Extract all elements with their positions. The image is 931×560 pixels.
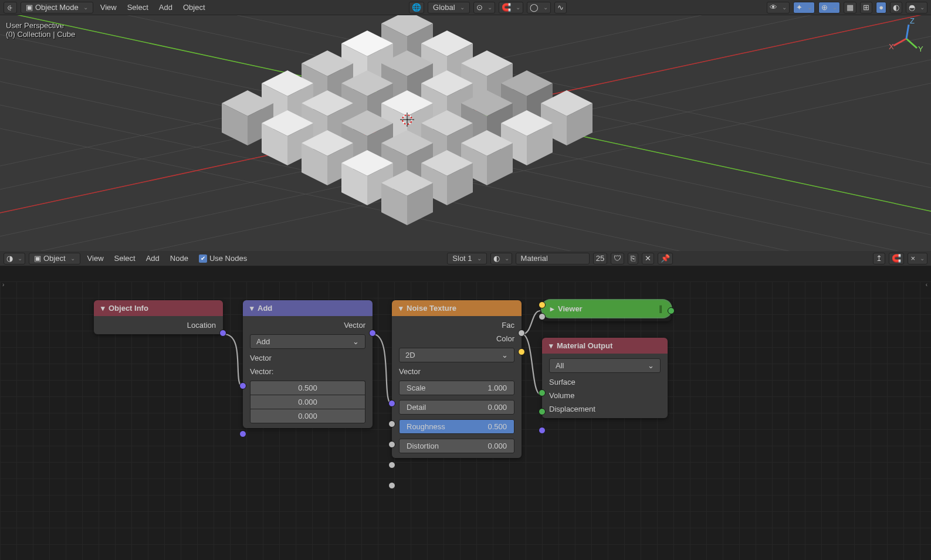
visibility-button[interactable]: 👁 [767, 2, 790, 13]
node-menu-view[interactable]: View [84, 253, 107, 264]
menu-add[interactable]: Add [155, 2, 176, 13]
shading-rendered-button[interactable]: ◓ [906, 2, 927, 13]
snap-node-button[interactable]: 🧲 [889, 253, 904, 264]
cube-icon: ▣ [26, 3, 33, 12]
vector-x-field[interactable]: 0.500 [250, 381, 365, 395]
use-nodes-label: Use Nodes [209, 254, 247, 263]
socket-input-scale[interactable] [388, 420, 395, 427]
socket-output-viewer[interactable] [668, 307, 675, 314]
output-location-label: Location [101, 321, 216, 330]
node-menu-select[interactable]: Select [111, 253, 139, 264]
socket-input-volume[interactable] [539, 408, 546, 415]
xray-button[interactable]: ▦ [844, 2, 856, 13]
node-title: Object Info [109, 304, 148, 313]
proportional-falloff-button[interactable]: ∿ [554, 2, 567, 13]
socket-input-viewer-bottom[interactable] [539, 313, 546, 320]
toolbar-toggle-icon[interactable]: › [2, 281, 4, 288]
cube-icon: ▣ [34, 254, 41, 263]
node-context-selector[interactable]: ▣ Object [29, 253, 80, 264]
snap-node-type-button[interactable]: × [908, 253, 927, 264]
svg-text:X: X [889, 42, 894, 51]
node-title: Viewer [558, 304, 583, 313]
socket-input-distortion[interactable] [388, 482, 395, 489]
menu-view[interactable]: View [97, 2, 120, 13]
hide-icon: ∥ [659, 304, 663, 313]
transform-orientation-icon[interactable]: 🌐 [409, 2, 424, 13]
node-viewer[interactable]: ▸Viewer∥ [542, 300, 671, 321]
slot-selector[interactable]: Slot 1 [447, 253, 486, 264]
chevron-down-icon: ⌄ [502, 351, 508, 359]
node-object-info[interactable]: ▾Object Info Location [94, 300, 223, 334]
vector-z-field[interactable]: 0.000 [250, 409, 365, 423]
new-material-button[interactable]: ⎘ [628, 253, 638, 264]
node-title: Noise Texture [407, 304, 456, 313]
viewport-3d[interactable]: User Perspective (0) Collection | Cube [0, 15, 931, 251]
snap-button[interactable]: 🧲 [499, 2, 523, 13]
output-color-label: Color [399, 334, 514, 343]
node-material-output[interactable]: ▾Material Output All⌄ Surface Volume Dis… [542, 338, 668, 418]
pivot-point-button[interactable]: ⊙ [473, 2, 495, 13]
input-vector2-label: Vector: [250, 367, 365, 376]
node-editor-type-button[interactable]: ◑ [4, 253, 25, 264]
scale-field[interactable]: Scale1.000 [399, 381, 514, 395]
unlink-material-button[interactable]: ✕ [642, 253, 654, 264]
node-context-label: Object [43, 254, 66, 263]
socket-input-vector-b[interactable] [239, 430, 246, 437]
mode-label: Object Mode [35, 3, 79, 12]
node-vector-add[interactable]: ▾Add Vector Add⌄ Vector Vector: 0.500 0.… [243, 300, 373, 428]
operation-selector[interactable]: Add⌄ [250, 334, 365, 349]
pin-button[interactable]: 📌 [658, 253, 673, 264]
node-menu-add[interactable]: Add [143, 253, 163, 264]
vector-y-field[interactable]: 0.000 [250, 395, 365, 409]
node-noise-texture[interactable]: ▾Noise Texture Fac Color 2D⌄ Vector Scal… [392, 300, 522, 458]
material-name-field[interactable]: Material [516, 253, 590, 264]
detail-field[interactable]: Detail0.000 [399, 400, 514, 415]
socket-input-vector-a[interactable] [239, 382, 246, 389]
socket-input-vector[interactable] [388, 400, 395, 407]
output-fac-label: Fac [399, 321, 514, 330]
node-menu-node[interactable]: Node [167, 253, 192, 264]
menu-object[interactable]: Object [180, 2, 209, 13]
triangle-right-icon: ▸ [550, 304, 554, 313]
chevron-down-icon: ⌄ [353, 337, 359, 346]
gizmo-button[interactable]: ✦ [793, 2, 815, 13]
dimension-selector[interactable]: 2D⌄ [399, 348, 514, 362]
socket-output-vector[interactable] [369, 330, 376, 337]
node-title: Add [258, 304, 272, 313]
sidebar-toggle-icon[interactable]: ‹ [926, 281, 927, 288]
interaction-mode-selector[interactable]: ▣ Object Mode [21, 2, 93, 13]
material-browse-button[interactable]: ◐ [490, 253, 512, 264]
material-users[interactable]: 25 [593, 253, 607, 264]
socket-output-location[interactable] [219, 330, 226, 337]
roughness-field[interactable]: Roughness0.500 [399, 419, 514, 434]
shading-wireframe-button[interactable]: ⊞ [860, 2, 872, 13]
socket-input-roughness[interactable] [388, 461, 395, 469]
fake-user-button[interactable]: 🛡 [611, 253, 624, 264]
socket-input-surface[interactable] [539, 389, 546, 396]
socket-input-detail[interactable] [388, 441, 395, 448]
editor-type-button[interactable]: ⨭ [4, 2, 17, 13]
node-editor[interactable]: › ‹ ▾Object Info Location ▾Add Vector Ad… [0, 266, 931, 560]
node-title: Material Output [557, 341, 612, 350]
transform-orientation-selector[interactable]: Global [428, 2, 470, 13]
distortion-field[interactable]: Distortion0.000 [399, 439, 514, 453]
socket-input-displacement[interactable] [539, 427, 546, 434]
proportional-edit-button[interactable]: ◯ [527, 2, 551, 13]
shading-solid-button[interactable]: ● [876, 2, 886, 13]
triangle-down-icon: ▾ [250, 304, 254, 313]
menu-select[interactable]: Select [124, 2, 152, 13]
socket-output-fac[interactable] [518, 330, 525, 337]
input-vector-label: Vector [250, 354, 365, 362]
svg-text:Z: Z [910, 16, 915, 25]
overlay-button[interactable]: ⊕ [818, 2, 840, 13]
input-surface-label: Surface [549, 378, 661, 386]
parent-tree-button[interactable]: ↥ [873, 253, 885, 264]
use-nodes-toggle[interactable]: ✔ Use Nodes [199, 254, 247, 263]
target-selector[interactable]: All⌄ [549, 358, 661, 373]
shading-lookdev-button[interactable]: ◐ [890, 2, 902, 13]
triangle-down-icon: ▾ [549, 341, 553, 350]
socket-output-color[interactable] [518, 348, 525, 355]
output-vector-label: Vector [250, 321, 365, 330]
socket-input-viewer-top[interactable] [539, 301, 546, 308]
svg-text:Y: Y [918, 45, 923, 53]
